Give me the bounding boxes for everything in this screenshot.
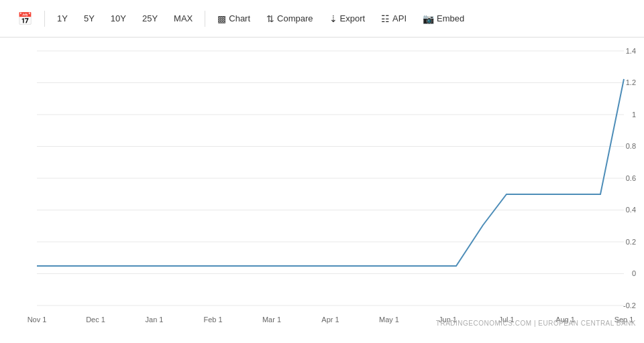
compare-button[interactable]: ⇅ Compare xyxy=(260,9,319,28)
x-label-apr1: Apr 1 xyxy=(321,316,339,324)
y-label-1.2: 1.2 xyxy=(626,78,636,86)
chart-button[interactable]: ▩ Chart xyxy=(211,9,257,28)
y-label-0.6: 0.6 xyxy=(626,174,636,182)
period-25y-button[interactable]: 25Y xyxy=(136,9,164,27)
x-label-dec1: Dec 1 xyxy=(86,316,105,324)
x-label-may1: May 1 xyxy=(379,316,399,324)
x-label-jan1: Jan 1 xyxy=(146,316,164,324)
export-icon: ⇣ xyxy=(329,13,337,24)
period-5y-button[interactable]: 5Y xyxy=(77,9,101,27)
calendar-button[interactable]: 📅 xyxy=(11,7,39,30)
y-label-0: 0 xyxy=(632,269,636,277)
api-button[interactable]: ☷ API xyxy=(374,9,413,28)
divider-2 xyxy=(205,11,205,27)
chart-label: Chart xyxy=(229,13,250,23)
y-label-neg0.2: -0.2 xyxy=(623,301,636,310)
x-label-mar1: Mar 1 xyxy=(262,316,281,324)
toolbar: 📅 1Y 5Y 10Y 25Y MAX ▩ Chart ⇅ Compare ⇣ … xyxy=(0,0,644,38)
embed-label: Embed xyxy=(437,13,464,23)
calendar-icon: 📅 xyxy=(17,11,32,26)
embed-icon: 📷 xyxy=(423,13,434,24)
export-label: Export xyxy=(340,13,366,23)
api-label: API xyxy=(392,13,407,23)
period-max-label: MAX xyxy=(174,13,193,23)
y-label-0.8: 0.8 xyxy=(626,142,636,150)
compare-icon: ⇅ xyxy=(266,13,274,24)
chart-svg: 1.4 1.2 1 0.8 0.6 0.4 0.2 0 -0.2 Nov 1 D… xyxy=(0,38,644,343)
compare-label: Compare xyxy=(277,13,313,23)
period-1y-button[interactable]: 1Y xyxy=(50,9,74,27)
period-10y-button[interactable]: 10Y xyxy=(104,9,133,27)
x-label-feb1: Feb 1 xyxy=(203,316,222,324)
watermark: TRADINGECONOMICS.COM | EUROPEAN CENTRAL … xyxy=(436,320,636,327)
period-1y-label: 1Y xyxy=(57,13,68,23)
embed-button[interactable]: 📷 Embed xyxy=(416,9,471,28)
divider-1 xyxy=(44,11,45,27)
api-icon: ☷ xyxy=(381,13,390,24)
y-label-0.2: 0.2 xyxy=(626,238,636,246)
chart-line xyxy=(37,79,624,266)
period-5y-label: 5Y xyxy=(84,13,95,23)
chart-area: 1.4 1.2 1 0.8 0.6 0.4 0.2 0 -0.2 Nov 1 D… xyxy=(0,38,644,343)
period-max-button[interactable]: MAX xyxy=(167,9,199,27)
x-label-nov1: Nov 1 xyxy=(28,316,47,324)
y-label-1.0: 1 xyxy=(632,111,636,119)
period-25y-label: 25Y xyxy=(142,13,158,23)
period-10y-label: 10Y xyxy=(111,13,126,23)
y-label-1.4: 1.4 xyxy=(626,47,636,55)
y-label-0.4: 0.4 xyxy=(626,206,636,214)
chart-icon: ▩ xyxy=(217,13,226,24)
export-button[interactable]: ⇣ Export xyxy=(323,9,372,28)
